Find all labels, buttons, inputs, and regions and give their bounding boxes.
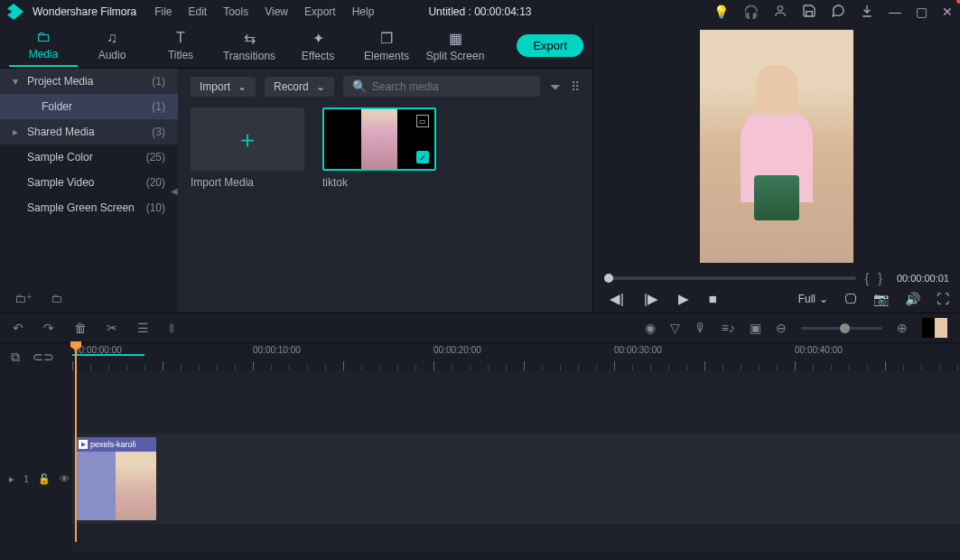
zoom-out-icon[interactable]: ⊖ <box>776 321 787 335</box>
chevron-down-icon: ⌄ <box>819 293 828 305</box>
zoom-in-icon[interactable]: ⊕ <box>897 321 908 335</box>
sidebar-item-folder[interactable]: Folder (1) <box>0 94 178 119</box>
add-folder-icon[interactable]: 🗀⁺ <box>14 292 33 305</box>
preview-viewport[interactable] <box>593 23 960 266</box>
tab-audio[interactable]: ♫ Audio <box>78 25 146 67</box>
sidebar-label: Folder <box>42 100 72 113</box>
tab-effects[interactable]: ✦ Effects <box>284 25 352 67</box>
media-clip-tiktok[interactable]: ▭ ✓ tiktok <box>322 107 436 189</box>
tab-label: Titles <box>168 49 193 61</box>
tab-split-screen[interactable]: ▦ Split Screen <box>421 25 489 67</box>
folder-icon[interactable]: 🗀 <box>51 292 62 305</box>
overlap-icon[interactable]: ⧉ <box>11 350 20 365</box>
timeline-clip[interactable]: ▶ pexels-karoli <box>75 437 156 520</box>
undo-icon[interactable]: ↶ <box>13 321 23 335</box>
sidebar-item-project-media[interactable]: ▾ Project Media (1) <box>0 69 178 94</box>
headphones-icon[interactable]: 🎧 <box>743 5 759 19</box>
sidebar-item-sample-green-screen[interactable]: Sample Green Screen (10) <box>0 195 178 220</box>
zoom-slider[interactable] <box>801 327 882 330</box>
sidebar-label: Shared Media <box>27 126 95 138</box>
ruler-time: 00:00:40:00 <box>795 345 843 355</box>
sidebar-item-sample-color[interactable]: Sample Color (25) <box>0 145 178 170</box>
audio-wave-icon[interactable]: ⫴ <box>169 321 174 336</box>
step-back-icon[interactable]: ◀| <box>610 291 624 307</box>
fullscreen-icon[interactable]: ⛶ <box>937 292 949 306</box>
clip-thumb[interactable]: ▭ ✓ <box>322 107 436 171</box>
elements-icon: ❐ <box>380 30 393 47</box>
chevron-right-icon[interactable]: ▸ <box>9 473 14 485</box>
redo-icon[interactable]: ↷ <box>43 321 54 335</box>
collapse-sidebar-icon[interactable]: ◀ <box>171 186 178 196</box>
sidebar-count: (25) <box>146 151 165 163</box>
voiceover-icon[interactable]: 🎙 <box>694 321 707 335</box>
plus-icon: ＋ <box>236 124 259 155</box>
sidebar-item-sample-video[interactable]: Sample Video (20) <box>0 170 178 195</box>
video-track[interactable]: ▶ pexels-karoli <box>72 434 960 524</box>
media-browser: ◀ Import ⌄ Record ⌄ 🔍 ⏷ ⠿ <box>178 69 592 313</box>
snapshot-icon[interactable]: 📷 <box>873 292 889 306</box>
crop-icon[interactable]: ▣ <box>750 321 761 335</box>
menu-file[interactable]: File <box>154 5 172 18</box>
message-icon[interactable] <box>831 4 845 21</box>
delete-icon[interactable]: 🗑 <box>74 321 87 335</box>
tab-media[interactable]: 🗀 Media <box>9 25 78 67</box>
step-forward-icon[interactable]: |▶ <box>644 291 658 307</box>
minimize-icon[interactable]: — <box>889 5 901 19</box>
grid-view-icon[interactable]: ⠿ <box>571 79 580 94</box>
scissors-icon[interactable]: ✂ <box>107 321 117 335</box>
marker-icon[interactable]: ▽ <box>670 321 680 335</box>
playhead[interactable] <box>75 343 77 542</box>
tab-elements[interactable]: ❐ Elements <box>352 25 421 67</box>
sidebar-item-shared-media[interactable]: ▸ Shared Media (3) <box>0 119 178 145</box>
ruler-time: 00:00:30:00 <box>614 345 662 355</box>
record-dropdown[interactable]: Record ⌄ <box>265 77 334 97</box>
search-input[interactable] <box>372 80 531 93</box>
sidebar-label: Project Media <box>27 75 93 88</box>
menu-edit[interactable]: Edit <box>189 5 208 18</box>
sidebar-label: Sample Video <box>27 176 95 189</box>
sidebar-count: (3) <box>152 126 165 138</box>
menu-tools[interactable]: Tools <box>223 5 248 18</box>
maximize-icon[interactable]: ▢ <box>916 5 927 19</box>
menu-help[interactable]: Help <box>352 5 375 18</box>
lightbulb-icon[interactable]: 💡 <box>713 5 729 19</box>
eye-icon[interactable]: 👁 <box>60 473 70 484</box>
mixer-icon[interactable]: ≡♪ <box>722 321 735 335</box>
lock-icon[interactable]: 🔓 <box>38 473 51 485</box>
export-button[interactable]: Export <box>517 34 583 57</box>
in-marker-label[interactable]: { <box>865 271 870 285</box>
import-dropdown[interactable]: Import ⌄ <box>191 77 256 97</box>
import-media-tile[interactable]: ＋ Import Media <box>191 107 304 189</box>
magnet-icon[interactable]: ⊂⊃ <box>33 350 54 364</box>
render-icon[interactable]: ◉ <box>645 321 656 335</box>
tab-transitions[interactable]: ⇆ Transitions <box>215 25 284 67</box>
volume-icon[interactable]: 🔊 <box>905 292 920 306</box>
search-media[interactable]: 🔍 <box>343 76 540 97</box>
filter-icon[interactable]: ⏷ <box>549 79 562 94</box>
user-icon[interactable] <box>773 4 788 21</box>
save-icon[interactable] <box>802 4 816 21</box>
clip-label: tiktok <box>322 176 436 189</box>
display-icon[interactable]: 🖵 <box>844 292 857 306</box>
import-thumb[interactable]: ＋ <box>191 107 304 171</box>
video-frame <box>700 30 853 263</box>
play-icon[interactable]: ▶ <box>678 291 689 307</box>
timeline-ruler[interactable]: 00:00:00:00 00:00:10:00 00:00:20:00 00:0… <box>72 343 960 370</box>
download-icon[interactable] <box>860 4 874 21</box>
chevron-down-icon: ⌄ <box>238 80 247 93</box>
menu-export[interactable]: Export <box>304 5 336 18</box>
tab-titles[interactable]: T Titles <box>146 25 215 67</box>
scrubber[interactable] <box>604 276 856 280</box>
sidebar-count: (10) <box>146 201 165 214</box>
out-marker-label[interactable]: } <box>878 271 882 285</box>
stop-icon[interactable]: ■ <box>709 291 717 307</box>
menu-view[interactable]: View <box>265 5 288 18</box>
transition-icon: ⇆ <box>244 30 256 47</box>
timeline-tracks[interactable]: ▶ pexels-karoli <box>72 370 960 551</box>
color-match-icon[interactable] <box>922 318 947 338</box>
adjust-icon[interactable]: ☰ <box>137 321 149 335</box>
media-sidebar: ▾ Project Media (1) Folder (1) ▸ Shared … <box>0 69 178 313</box>
close-icon[interactable]: ✕ <box>942 5 953 19</box>
quality-dropdown[interactable]: Full⌄ <box>798 293 828 305</box>
tab-label: Effects <box>302 50 334 62</box>
